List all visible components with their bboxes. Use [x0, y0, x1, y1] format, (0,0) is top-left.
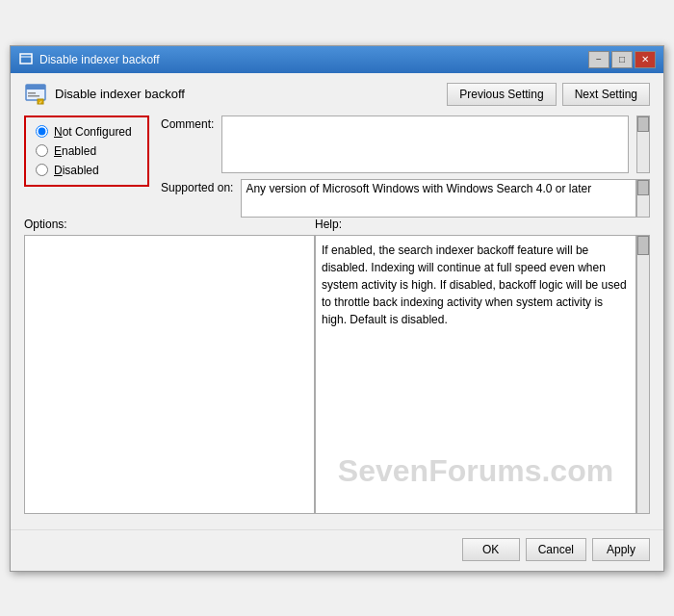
radio-disabled-input[interactable] [36, 164, 48, 176]
title-bar-controls: − □ ✕ [588, 51, 656, 68]
window-icon [18, 52, 34, 67]
window-title: Disable indexer backoff [39, 53, 160, 66]
radio-not-configured-label: Not Configured [54, 125, 132, 139]
supported-value-wrapper: Any version of Microsoft Windows with Wi… [241, 179, 650, 218]
options-box [24, 235, 315, 514]
radio-not-configured-input[interactable] [36, 125, 48, 138]
policy-icon: ✓ [24, 83, 47, 106]
header-left: ✓ Disable indexer backoff [24, 83, 185, 106]
svg-rect-5 [28, 95, 39, 97]
svg-rect-4 [28, 92, 36, 94]
comment-scrollbar[interactable] [636, 116, 650, 173]
radio-not-configured[interactable]: Not Configured [36, 125, 138, 139]
header-row: ✓ Disable indexer backoff Previous Setti… [24, 83, 650, 106]
next-setting-button[interactable]: Next Setting [562, 83, 650, 106]
supported-on-label: Supported on: [161, 179, 233, 194]
apply-button[interactable]: Apply [592, 538, 650, 561]
minimize-button[interactable]: − [588, 51, 609, 68]
supported-scrollbar-thumb [637, 180, 649, 195]
help-wrapper: Help: If enabled, the search indexer bac… [315, 218, 650, 514]
maximize-button[interactable]: □ [611, 51, 633, 68]
help-scrollbar-thumb [637, 236, 649, 255]
close-button[interactable]: ✕ [635, 51, 656, 68]
main-area: Not Configured Enabled Disabled Comm [24, 116, 650, 218]
radio-disabled[interactable]: Disabled [36, 164, 138, 177]
radio-enabled[interactable]: Enabled [36, 144, 138, 158]
right-panel: Comment: Supported on: Any version of Mi… [161, 116, 650, 218]
left-panel: Not Configured Enabled Disabled [24, 116, 149, 218]
supported-scrollbar[interactable] [636, 179, 650, 218]
help-text: If enabled, the search indexer backoff f… [322, 244, 627, 326]
options-help-row: Options: Help: If enabled, the search in… [24, 218, 650, 514]
main-window: Disable indexer backoff − □ ✕ ✓ [10, 45, 664, 572]
header-buttons: Previous Setting Next Setting [447, 83, 650, 106]
comment-label: Comment: [161, 116, 214, 173]
previous-setting-button[interactable]: Previous Setting [447, 83, 556, 106]
radio-disabled-label: Disabled [54, 164, 99, 177]
comment-textarea[interactable] [221, 116, 629, 173]
title-bar: Disable indexer backoff − □ ✕ [11, 46, 663, 73]
supported-row: Supported on: Any version of Microsoft W… [161, 179, 650, 218]
footer: OK Cancel Apply [11, 529, 663, 571]
title-bar-left: Disable indexer backoff [18, 52, 160, 67]
options-label: Options: [24, 218, 315, 231]
radio-enabled-input[interactable] [36, 144, 48, 157]
svg-text:✓: ✓ [39, 99, 42, 105]
ok-button[interactable]: OK [462, 538, 520, 561]
radio-group: Not Configured Enabled Disabled [24, 116, 149, 187]
comment-section: Comment: [161, 116, 650, 173]
svg-rect-3 [26, 85, 45, 90]
cancel-button[interactable]: Cancel [526, 538, 586, 561]
options-wrapper: Options: [24, 218, 315, 514]
watermark: SevenForums.com [316, 448, 635, 494]
dialog-content: ✓ Disable indexer backoff Previous Setti… [11, 73, 663, 524]
header-title: Disable indexer backoff [55, 87, 185, 101]
radio-enabled-label: Enabled [54, 144, 96, 158]
help-box: If enabled, the search indexer backoff f… [315, 235, 636, 514]
help-scrollbar[interactable] [636, 235, 650, 514]
help-row: If enabled, the search indexer backoff f… [315, 235, 650, 514]
help-label: Help: [315, 218, 650, 231]
svg-rect-0 [20, 54, 32, 64]
supported-on-value: Any version of Microsoft Windows with Wi… [241, 179, 636, 218]
comment-scrollbar-thumb [637, 116, 649, 132]
